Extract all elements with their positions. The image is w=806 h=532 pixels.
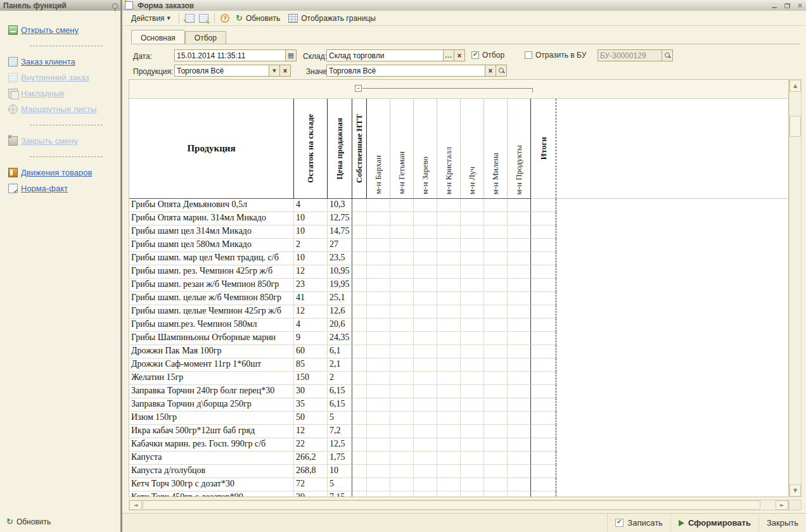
cell-stock[interactable]: 10 [294,252,328,265]
cell-totals[interactable] [531,239,556,252]
cell-product[interactable]: Дрожжи Саф-момент 11гр 1*60шт [129,358,294,372]
cell-store[interactable] [367,398,390,412]
close-icon[interactable]: × [798,3,802,9]
vertical-scroll-thumb[interactable] [790,116,801,137]
cell-stock[interactable]: 4 [294,199,328,212]
cell-store[interactable] [367,305,390,319]
cell-stock[interactable]: 10 [294,225,328,239]
sidebar-item-client-order[interactable]: Заказ клиента [0,54,120,70]
cell-totals[interactable] [531,452,556,465]
cell-store[interactable] [508,345,531,358]
cell-store[interactable] [461,385,484,398]
cell-product[interactable]: Капуста [129,452,294,465]
restore-settings-icon[interactable]: ↖ [185,14,195,23]
cell-own-ntt[interactable] [352,265,367,279]
cell-store[interactable] [461,252,484,265]
cell-store[interactable] [461,212,484,225]
cell-own-ntt[interactable] [352,465,367,478]
cell-store[interactable] [414,358,437,372]
cell-stock[interactable]: 12 [294,425,328,438]
cell-store[interactable] [508,491,531,497]
cell-product[interactable]: Грибы Опята марин. 314мл Микадо [129,212,294,225]
cell-store[interactable] [484,372,508,385]
cell-store[interactable] [367,491,390,497]
cell-own-ntt[interactable] [352,452,367,465]
cell-store[interactable] [508,279,531,292]
cell-product[interactable]: Заправка Торчин 240гр болг перец*30 [129,385,294,398]
cell-store[interactable] [367,252,390,265]
cell-store[interactable] [461,265,484,279]
pin-icon[interactable] [112,3,118,9]
cell-store[interactable] [437,491,461,497]
cell-product[interactable]: Грибы шамп. целые ж/б Чемпион 850гр [129,292,294,305]
cell-store[interactable] [508,452,531,465]
cell-store[interactable] [508,438,531,452]
cell-stock[interactable]: 30 [294,385,328,398]
scroll-right-button[interactable]: ► [776,500,788,510]
cell-store[interactable] [484,225,508,239]
cell-store[interactable] [390,239,414,252]
cell-store[interactable] [437,332,461,345]
cell-store[interactable] [414,345,437,358]
cell-store[interactable] [508,372,531,385]
cell-stock[interactable]: 4 [294,319,328,332]
cell-own-ntt[interactable] [352,292,367,305]
cell-stock[interactable]: 60 [294,345,328,358]
cell-store[interactable] [461,412,484,425]
cell-store[interactable] [437,265,461,279]
cell-own-ntt[interactable] [352,239,367,252]
cell-store[interactable] [390,358,414,372]
cell-store[interactable] [461,345,484,358]
cell-own-ntt[interactable] [352,398,367,412]
cell-price[interactable]: 12,5 [328,438,352,452]
header-store-barkhan[interactable]: м-н Бархан [367,99,390,199]
cell-store[interactable] [484,385,508,398]
cell-store[interactable] [437,279,461,292]
cell-store[interactable] [484,358,508,372]
cell-store[interactable] [367,345,390,358]
cell-store[interactable] [461,478,484,491]
cell-product[interactable]: Икра кабач 500гр*12шт баб гряд [129,425,294,438]
header-own-ntt[interactable]: Собственные НТТ [352,99,367,199]
cell-store[interactable] [390,398,414,412]
minimize-icon[interactable] [772,3,777,8]
cell-store[interactable] [437,452,461,465]
cell-store[interactable] [414,465,437,478]
cell-product[interactable]: Грибы шамп. целые Чемпион 425гр ж/б [129,305,294,319]
cell-store[interactable] [414,372,437,385]
sidebar-refresh[interactable]: ↻ Обновить [6,517,51,526]
cell-store[interactable] [367,358,390,372]
header-stock[interactable]: Остаток на складе [294,99,328,199]
cell-store[interactable] [414,252,437,265]
cell-store[interactable] [414,478,437,491]
warehouse-field[interactable]: Склад торговли ... × [326,49,465,61]
cell-store[interactable] [414,212,437,225]
cell-product[interactable]: Грибы Опята Демьянович 0,5л [129,199,294,212]
cell-stock[interactable]: 41 [294,292,328,305]
cell-price[interactable]: 14,75 [328,225,352,239]
scroll-left-button[interactable]: ◄ [129,500,142,510]
cell-store[interactable] [367,478,390,491]
cell-store[interactable] [508,199,531,212]
cell-store[interactable] [461,452,484,465]
values-field[interactable]: Торговля Всё × [326,65,507,77]
cell-store[interactable] [508,212,531,225]
cell-store[interactable] [414,425,437,438]
cell-store[interactable] [461,225,484,239]
cell-store[interactable] [508,465,531,478]
filter-checkbox[interactable]: Отбор [471,51,504,60]
cell-product[interactable]: Дрожжи Пак Мая 100гр [129,345,294,358]
clear-button[interactable]: × [485,65,496,76]
cell-store[interactable] [367,412,390,425]
cell-price[interactable]: 10 [328,465,352,478]
cell-own-ntt[interactable] [352,225,367,239]
cell-store[interactable] [414,265,437,279]
cell-store[interactable] [484,279,508,292]
cell-store[interactable] [484,239,508,252]
horizontal-scroll-thumb[interactable] [143,500,760,510]
search-button[interactable] [496,65,506,76]
cell-store[interactable] [461,319,484,332]
cell-store[interactable] [390,332,414,345]
cell-store[interactable] [414,305,437,319]
header-product[interactable]: Продукция [129,99,294,199]
